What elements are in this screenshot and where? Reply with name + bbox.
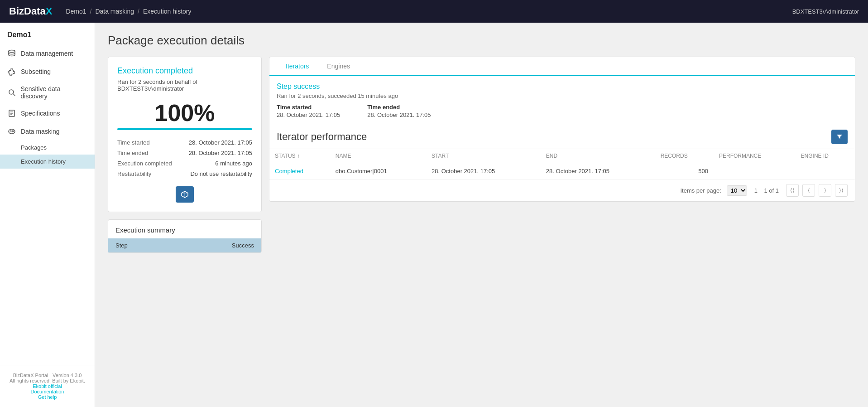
breadcrumb-sep1: / (90, 8, 92, 15)
breadcrumb-sep2: / (138, 8, 139, 15)
tabs-bar: Iterators Engines (269, 57, 855, 76)
breadcrumb: Demo1 / Data masking / Execution history (66, 8, 792, 15)
progress-bar (117, 128, 252, 130)
next-page-button[interactable]: ⟩ (819, 184, 831, 197)
items-per-page-select[interactable]: 10 25 50 (727, 185, 747, 196)
col-success: Success (173, 238, 261, 252)
exec-field-value: Do not use restartability (180, 169, 252, 179)
svg-point-8 (10, 131, 11, 132)
tab-engines[interactable]: Engines (318, 57, 359, 76)
topnav: BizDataX Demo1 / Data masking / Executio… (0, 0, 868, 23)
row-start: 28. October 2021. 17:05 (426, 163, 541, 179)
sidebar-project-title: Demo1 (0, 23, 95, 44)
svg-point-9 (12, 131, 14, 132)
row-performance (714, 163, 796, 179)
step-time-started: Time started 28. October 2021. 17:05 (277, 104, 340, 118)
exec-card: Execution completed Ran for 2 seconds on… (108, 57, 262, 212)
exec-summary-title: Execution summary (108, 220, 261, 238)
prev-page-button[interactable]: ⟨ (802, 184, 815, 197)
items-per-page-label: Items per page: (680, 187, 721, 194)
exec-detail-row: Time started 28. October 2021. 17:05 (117, 137, 252, 148)
exec-summary-table: Step Success (108, 238, 261, 252)
svg-point-7 (9, 129, 15, 134)
exec-detail-row: Restartability Do not use restartability (117, 169, 252, 179)
time-ended-label: Time ended (367, 104, 431, 111)
exec-subtitle: Ran for 2 seconds on behalf of BDXTEST3\… (117, 78, 252, 92)
page-info: 1 – 1 of 1 (754, 187, 779, 194)
col-engine-id: ENGINE ID (796, 149, 855, 163)
footer-link-help[interactable]: Get help (7, 394, 87, 400)
cube-button[interactable] (176, 186, 194, 203)
filter-button[interactable] (831, 130, 848, 144)
sidebar-item-label: Subsetting (21, 68, 51, 75)
cube-btn-container (117, 186, 252, 203)
footer-link-docs[interactable]: Documentation (7, 389, 87, 394)
col-status[interactable]: STATUS ↑ (269, 149, 330, 163)
sort-icon: ↑ (297, 153, 300, 159)
main-content: Package execution details Execution comp… (95, 23, 868, 407)
step-times: Time started 28. October 2021. 17:05 Tim… (277, 104, 848, 118)
sidebar-item-label: Data management (21, 50, 73, 57)
time-ended-value: 28. October 2021. 17:05 (367, 111, 431, 118)
iter-perf-title: Iterator performance (277, 131, 367, 143)
sidebar-sub-label: Execution history (21, 158, 66, 165)
svg-point-0 (9, 50, 15, 53)
tab-iterators[interactable]: Iterators (277, 57, 318, 76)
exec-field-value: 28. October 2021. 17:05 (180, 148, 252, 158)
perf-table-header-row: STATUS ↑ NAME START END RECORDS PERFORMA… (269, 149, 855, 163)
mask-icon (7, 127, 16, 136)
performance-table: STATUS ↑ NAME START END RECORDS PERFORMA… (269, 149, 855, 179)
logo-x: X (46, 5, 53, 17)
breadcrumb-exec-history[interactable]: Execution history (143, 8, 192, 15)
sidebar-item-sensitive-data[interactable]: Sensitive data discovery (0, 81, 95, 104)
col-performance: PERFORMANCE (714, 149, 796, 163)
col-step: Step (108, 238, 173, 252)
sidebar-item-data-management[interactable]: Data management (0, 44, 95, 63)
sidebar-sub-item-packages[interactable]: Packages (0, 141, 95, 155)
col-end: END (541, 149, 655, 163)
logo-text: BizDataX (9, 5, 52, 17)
puzzle-icon (7, 67, 16, 76)
book-icon (7, 109, 16, 118)
exec-percent: 100% (117, 99, 252, 126)
left-panel: Execution completed Ran for 2 seconds on… (108, 57, 262, 253)
breadcrumb-data-masking[interactable]: Data masking (95, 8, 134, 15)
step-success-subtitle: Ran for 2 seconds, succeeded 15 minutes … (277, 92, 848, 99)
footer-link-ekobit[interactable]: Ekobit official (7, 383, 87, 389)
sidebar-item-label: Specifications (21, 110, 60, 117)
exec-field-label: Time started (117, 137, 180, 148)
exec-summary-header-row: Step Success (108, 238, 261, 252)
sidebar-item-subsetting[interactable]: Subsetting (0, 63, 95, 81)
step-success-header: Step success Ran for 2 seconds, succeede… (269, 76, 855, 123)
right-panel: Iterators Engines Step success Ran for 2… (269, 57, 855, 202)
footer-version: BizDataX Portal - Version 4.3.0 (7, 373, 87, 378)
exec-subtitle-ran: Ran for 2 seconds on behalf of (117, 78, 197, 85)
exec-field-label: Time ended (117, 148, 180, 158)
row-engine-id (796, 163, 855, 179)
tab-engines-label: Engines (327, 63, 350, 70)
search-icon (7, 88, 16, 97)
db-icon (7, 49, 16, 58)
tab-iterators-label: Iterators (286, 63, 309, 70)
step-time-ended: Time ended 28. October 2021. 17:05 (367, 104, 431, 118)
first-page-button[interactable]: ⟨⟨ (786, 184, 799, 197)
time-started-label: Time started (277, 104, 340, 111)
page-title: Package execution details (108, 34, 855, 48)
sidebar-item-data-masking[interactable]: Data masking (0, 122, 95, 141)
time-started-value: 28. October 2021. 17:05 (277, 111, 340, 118)
exec-field-label: Execution completed (117, 158, 180, 169)
breadcrumb-demo1[interactable]: Demo1 (66, 8, 86, 15)
row-end: 28. October 2021. 17:05 (541, 163, 655, 179)
row-status: Completed (275, 168, 303, 174)
sidebar-item-specifications[interactable]: Specifications (0, 104, 95, 122)
svg-line-2 (13, 94, 15, 96)
col-records: RECORDS (655, 149, 714, 163)
logo: BizDataX (9, 5, 52, 17)
footer-rights: All rights reserved. Built by Ekobit. (7, 378, 87, 383)
table-row: Completed dbo.Customer|0001 28. October … (269, 163, 855, 179)
sidebar-sub-item-execution-history[interactable]: Execution history (0, 155, 95, 169)
last-page-button[interactable]: ⟩⟩ (835, 184, 848, 197)
iter-perf-header: Iterator performance (269, 123, 855, 149)
cards-row: Execution completed Ran for 2 seconds on… (108, 57, 855, 253)
step-success-title: Step success (277, 82, 848, 91)
